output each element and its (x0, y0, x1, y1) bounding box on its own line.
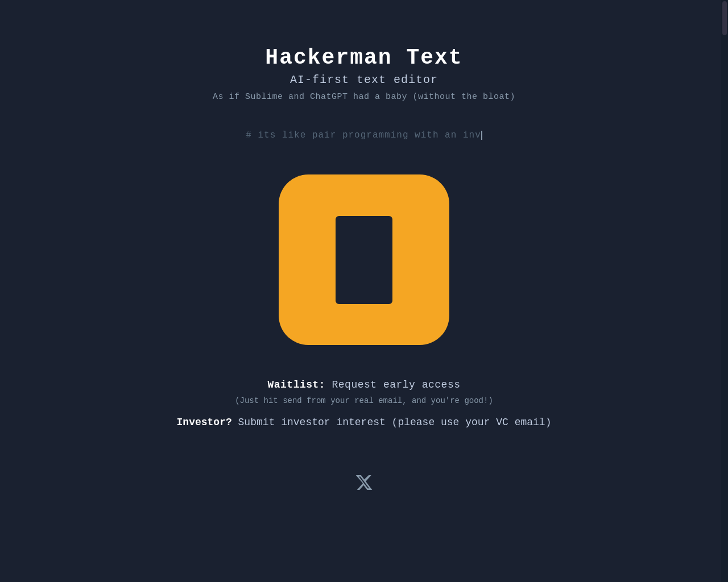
waitlist-label: Waitlist: (267, 379, 325, 390)
app-title: Hackerman Text (213, 45, 515, 70)
waitlist-line: Waitlist: Request early access (177, 379, 552, 390)
scrollbar[interactable] (721, 0, 728, 582)
x-twitter-link[interactable] (355, 473, 373, 494)
cta-section: Waitlist: Request early access (Just hit… (177, 379, 552, 428)
app-icon (279, 174, 449, 345)
code-preview: # its like pair programming with an inv (246, 130, 482, 140)
scrollbar-thumb[interactable] (722, 1, 727, 35)
header-section: Hackerman Text AI-first text editor As i… (213, 45, 515, 102)
investor-line: Investor? Submit investor interest (plea… (177, 417, 552, 428)
code-preview-text: # its like pair programming with an inv (246, 130, 481, 140)
waitlist-note: (Just hit send from your real email, and… (177, 396, 552, 405)
app-tagline: As if Sublime and ChatGPT had a baby (wi… (213, 92, 515, 102)
cursor-icon (481, 131, 482, 140)
waitlist-link[interactable]: Request early access (332, 379, 460, 390)
investor-label: Investor? (177, 417, 232, 428)
social-section (355, 473, 373, 494)
app-subtitle: AI-first text editor (213, 73, 515, 86)
investor-link[interactable]: Submit investor interest (please use you… (238, 417, 552, 428)
app-icon-inner (336, 216, 392, 304)
app-icon-container (279, 174, 449, 345)
x-twitter-icon (355, 473, 373, 492)
